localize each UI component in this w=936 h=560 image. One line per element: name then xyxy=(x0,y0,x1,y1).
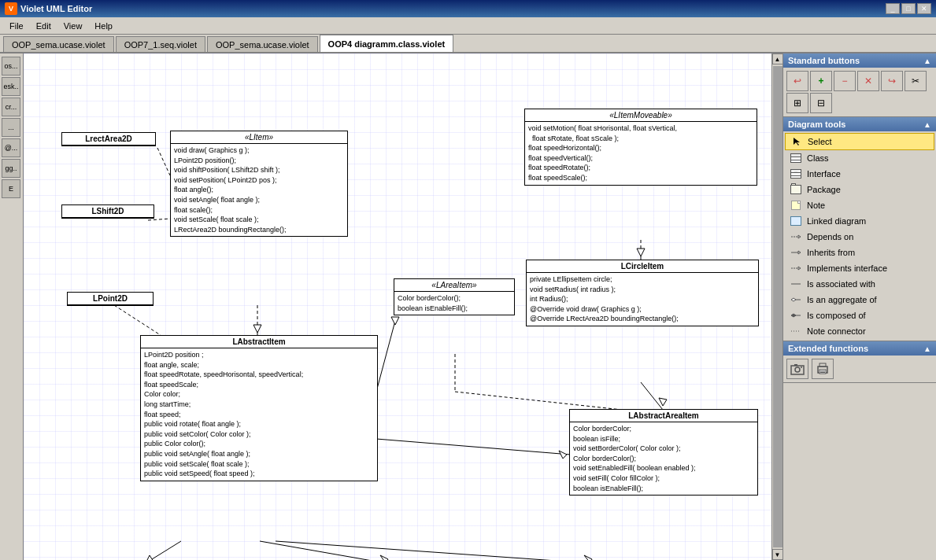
box-body-labstractitem: LPoint2D position ; float angle, scale; … xyxy=(141,348,377,481)
add-button[interactable]: + xyxy=(810,71,832,91)
menu-edit[interactable]: Edit xyxy=(30,20,57,32)
menu-help[interactable]: Help xyxy=(88,20,119,32)
maximize-button[interactable]: □ xyxy=(901,3,916,14)
standard-buttons-header[interactable]: Standard buttons ▲ xyxy=(783,53,936,68)
svg-marker-11 xyxy=(637,249,645,256)
box-header-lareaitem: «LAreaItem» xyxy=(394,279,514,292)
extended-functions-grid xyxy=(783,356,936,382)
cut-button[interactable]: ✂ xyxy=(905,71,927,91)
left-tool-3[interactable]: ... xyxy=(2,118,20,137)
linked-diagram-icon xyxy=(790,216,802,227)
tool-composed-of[interactable]: Is composed of xyxy=(785,308,934,323)
uml-box-lpoint2d[interactable]: LPoint2D xyxy=(67,292,154,306)
tool-linked-diagram[interactable]: Linked diagram xyxy=(785,213,934,229)
svg-line-4 xyxy=(146,541,181,560)
extended-functions-header[interactable]: Extended functions ▲ xyxy=(783,341,936,356)
tab-1[interactable]: OOP7_1.seq.violet xyxy=(116,36,205,52)
uml-box-labstractareaitem[interactable]: LAbstractAreaItem Color borderColor; boo… xyxy=(569,409,758,496)
left-tool-4[interactable]: @... xyxy=(2,138,20,157)
svg-marker-19 xyxy=(659,398,667,406)
associated-with-icon xyxy=(790,278,802,289)
screenshot-button[interactable] xyxy=(786,359,808,379)
uml-box-labstractitem[interactable]: LAbstractItem LPoint2D position ; float … xyxy=(140,335,378,481)
uml-box-lrectarea2d[interactable]: LrectArea2D xyxy=(61,132,156,146)
svg-marker-23 xyxy=(798,235,801,238)
printer-icon xyxy=(816,363,830,375)
svg-marker-27 xyxy=(798,267,801,270)
uml-box-lcircleitem[interactable]: LCircleItem private LEllipseItem circle;… xyxy=(526,260,759,326)
tool-package[interactable]: Package xyxy=(785,182,934,197)
scroll-up-button[interactable]: ▲ xyxy=(772,53,783,64)
canvas-scrollbar[interactable]: ▲ ▼ xyxy=(771,53,782,560)
uml-box-litemmoveable[interactable]: «LItemMoveable» void setMotion( float sH… xyxy=(524,109,757,186)
box-body-labstractareaitem: Color borderColor; boolean isFille; void… xyxy=(570,422,757,495)
tab-3[interactable]: OOP4 diagramm.class.violet xyxy=(320,35,454,52)
tool-note-connector[interactable]: Note connector xyxy=(785,323,934,339)
left-tool-1[interactable]: esk.. xyxy=(2,77,20,96)
diagram-tools-label: Diagram tools xyxy=(788,120,845,129)
tool-implements-interface[interactable]: Implements interface xyxy=(785,260,934,276)
tab-2[interactable]: OOP_sema.ucase.violet xyxy=(207,36,318,52)
tool-depends-on[interactable]: Depends on xyxy=(785,229,934,245)
tool-class[interactable]: Class xyxy=(785,150,934,166)
svg-point-37 xyxy=(801,367,802,368)
tool-inherits-from-label: Inherits from xyxy=(807,248,855,257)
tool-note[interactable]: Note xyxy=(785,197,934,213)
diagram-tools-header[interactable]: Diagram tools ▲ xyxy=(783,117,936,131)
litem-stereotype: «LItem» xyxy=(245,133,273,142)
redo-button[interactable]: ↪ xyxy=(881,71,903,91)
scroll-down-button[interactable]: ▼ xyxy=(772,549,783,560)
copy-button[interactable]: ⊞ xyxy=(786,93,808,113)
standard-buttons-grid: ↩ + − ✕ ↪ ✂ ⊞ ⊟ xyxy=(783,68,936,116)
app-icon: V xyxy=(5,2,17,15)
box-header-lpoint2d: LPoint2D xyxy=(68,293,153,305)
composed-of-icon xyxy=(790,310,802,321)
menu-view[interactable]: View xyxy=(57,20,89,32)
class-icon xyxy=(790,153,802,164)
undo-button[interactable]: ↩ xyxy=(786,71,808,91)
interface-icon: «» xyxy=(790,168,802,179)
tool-associated-with-label: Is associated with xyxy=(807,279,875,289)
tool-note-label: Note xyxy=(807,201,825,210)
left-tool-2[interactable]: cr... xyxy=(2,98,20,116)
camera-icon xyxy=(790,363,805,375)
left-tool-6[interactable]: E xyxy=(2,179,20,198)
box-header-labstractareaitem: LAbstractAreaItem xyxy=(570,410,757,422)
scroll-thumb[interactable] xyxy=(773,66,782,547)
menu-file[interactable]: File xyxy=(3,20,30,32)
uml-box-lareaitem[interactable]: «LAreaItem» Color borderColor(); boolean… xyxy=(394,278,515,315)
svg-marker-5 xyxy=(146,555,154,560)
tool-interface[interactable]: «» Interface xyxy=(785,166,934,182)
tab-0[interactable]: OOP_sema.ucase.violet xyxy=(3,36,114,52)
extended-functions-section: Extended functions ▲ xyxy=(783,341,936,383)
tool-inherits-from[interactable]: Inherits from xyxy=(785,245,934,260)
paste-button[interactable]: ⊟ xyxy=(810,93,832,113)
tool-interface-label: Interface xyxy=(807,169,841,179)
box-header-litemmoveable: «LItemMoveable» xyxy=(525,109,757,122)
close-button[interactable]: ✕ xyxy=(917,3,931,14)
left-tool-0[interactable]: os... xyxy=(2,57,20,76)
tool-linked-diagram-label: Linked diagram xyxy=(807,216,866,226)
tool-note-connector-label: Note connector xyxy=(807,326,866,336)
minimize-button[interactable]: _ xyxy=(886,3,900,14)
svg-marker-21 xyxy=(794,138,800,146)
remove-button[interactable]: − xyxy=(834,71,856,91)
delete-button[interactable]: ✕ xyxy=(857,71,879,91)
lareaitem-stereotype: «LAreaItem» xyxy=(431,281,476,289)
svg-marker-25 xyxy=(798,251,801,254)
tool-package-label: Package xyxy=(807,185,841,194)
tool-aggregate[interactable]: Is an aggregate of xyxy=(785,292,934,308)
box-header-lcircleitem: LCircleItem xyxy=(527,260,758,273)
svg-marker-9 xyxy=(584,555,592,560)
package-icon xyxy=(790,184,802,195)
tool-associated-with[interactable]: Is associated with xyxy=(785,276,934,292)
tool-select[interactable]: Select xyxy=(785,133,934,150)
box-body-litem: void draw( Graphics g ); LPoint2D positi… xyxy=(171,144,347,236)
canvas-area[interactable]: LrectArea2D LShift2D LPoint2D «LItem» vo… xyxy=(24,53,782,560)
uml-box-litem[interactable]: «LItem» void draw( Graphics g ); LPoint2… xyxy=(170,131,348,237)
svg-rect-36 xyxy=(794,364,797,366)
litemmoveable-stereotype: «LItemMoveable» xyxy=(609,111,672,120)
uml-box-lshift2d[interactable]: LShift2D xyxy=(61,204,154,219)
print-button[interactable] xyxy=(812,359,834,379)
left-tool-5[interactable]: gg.. xyxy=(2,159,20,178)
